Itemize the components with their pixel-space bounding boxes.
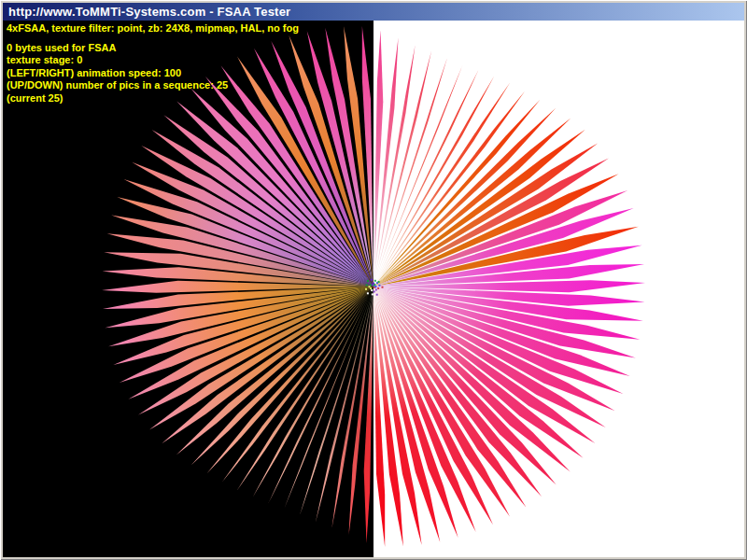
render-stats-overlay: 4xFSAA, texture filter: point, zb: 24X8,…	[7, 22, 299, 105]
render-viewport: 4xFSAA, texture filter: point, zb: 24X8,…	[3, 21, 744, 557]
window-title: http://www.ToMMTi-Systems.com - FSAA Tes…	[8, 5, 290, 19]
hub-speckle	[369, 286, 371, 287]
hub-speckle	[374, 280, 376, 282]
hub-speckle	[366, 284, 368, 286]
hub-speckle	[382, 287, 384, 288]
info-line-speed: (LEFT/RIGHT) animation speed: 100	[7, 67, 299, 80]
info-line-stage: texture stage: 0	[7, 54, 299, 67]
hub-speckle	[375, 286, 377, 287]
hub-speckle	[378, 281, 380, 283]
hub-speckle	[372, 293, 374, 295]
hub-speckle	[376, 294, 378, 296]
hub-speckle	[367, 280, 369, 282]
fsaa-tester-window: http://www.ToMMTi-Systems.com - FSAA Tes…	[0, 0, 747, 560]
hub-speckle	[370, 284, 372, 286]
hub-speckle	[371, 279, 373, 281]
hub-speckle	[371, 289, 373, 291]
hub-speckle	[374, 291, 375, 293]
window-titlebar[interactable]: http://www.ToMMTi-Systems.com - FSAA Tes…	[3, 3, 744, 21]
info-line-sequence: (UP/DOWN) number of pics in a sequence: …	[7, 79, 299, 92]
hub-speckle	[367, 292, 369, 294]
hub-speckle	[373, 283, 374, 285]
hub-speckle	[365, 288, 367, 290]
info-line-current: (current 25)	[7, 92, 299, 105]
hub-speckle	[378, 285, 380, 287]
hub-speckle	[370, 287, 372, 289]
hub-speckle	[377, 287, 379, 289]
hub-speckle	[375, 289, 377, 291]
info-line-bytes: 0 bytes used for FSAA	[7, 42, 299, 55]
status-line: 4xFSAA, texture filter: point, zb: 24X8,…	[7, 22, 299, 35]
